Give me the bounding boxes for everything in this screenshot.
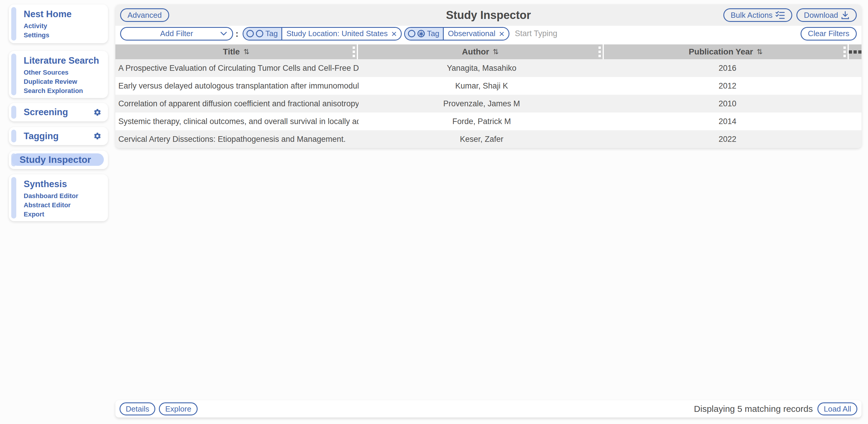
cell-title: Systemic therapy, clinical outcomes, and…: [115, 113, 359, 130]
sidebar-item-abstract-editor[interactable]: Abstract Editor: [24, 200, 102, 209]
filter-chip-observational[interactable]: ∗ Tag Observational ×: [404, 27, 509, 40]
sidebar-item-duplicate-review[interactable]: Duplicate Review: [24, 77, 102, 86]
cell-year: 2012: [605, 77, 850, 95]
details-button[interactable]: Details: [120, 402, 155, 416]
sidebar-card-nest-home: Nest Home Activity Settings: [9, 4, 108, 43]
record-count-status: Displaying 5 matching records: [694, 404, 813, 414]
sidebar-card-tagging: Tagging: [9, 127, 108, 145]
sidebar-item-study-inspector[interactable]: Study Inspector: [11, 153, 104, 166]
cell-year: 2022: [605, 130, 850, 148]
column-header-title-label: Title: [223, 47, 240, 57]
chevron-down-icon: [220, 32, 227, 35]
filter-chip-type: ∗ Tag: [405, 28, 444, 40]
cell-title: A Prospective Evaluation of Circulating …: [115, 59, 359, 77]
filter-chip-category: Tag: [427, 29, 439, 38]
load-all-button[interactable]: Load All: [817, 402, 857, 416]
details-button-label: Details: [126, 404, 149, 414]
sidebar-item-literature-search[interactable]: Literature Search: [24, 55, 102, 66]
sort-icon[interactable]: ⇅: [493, 48, 498, 56]
add-filter-dropdown[interactable]: Add Filter: [120, 27, 233, 40]
sort-icon[interactable]: ⇅: [756, 48, 763, 56]
sidebar-item-tagging[interactable]: Tagging: [24, 131, 59, 142]
bulk-actions-button-label: Bulk Actions: [731, 11, 773, 20]
add-filter-label: Add Filter: [160, 29, 193, 38]
download-button[interactable]: Download: [797, 8, 857, 22]
clear-filters-label: Clear Filters: [808, 29, 849, 38]
column-header-title[interactable]: Title ⇅: [115, 45, 357, 59]
download-button-label: Download: [804, 11, 838, 20]
filter-chip-type: Tag: [244, 28, 282, 40]
sort-icon[interactable]: ⇅: [244, 48, 249, 56]
cell-year: 2016: [605, 59, 850, 77]
sidebar-item-study-inspector-label: Study Inspector: [20, 154, 91, 165]
sidebar-item-export[interactable]: Export: [24, 209, 102, 219]
column-header-author-label: Author: [462, 47, 489, 57]
dotted-handle-icon[interactable]: [598, 47, 601, 57]
load-all-button-label: Load All: [824, 404, 851, 414]
circle-icon[interactable]: [256, 30, 263, 37]
column-header-publication-year[interactable]: Publication Year ⇅: [604, 45, 847, 59]
cell-author: Keser, Zafer: [359, 130, 605, 148]
sidebar-item-synthesis[interactable]: Synthesis: [24, 178, 102, 190]
filter-chip-value: Observational: [448, 29, 495, 38]
cell-title: Cervical Artery Dissections: Etiopathoge…: [115, 130, 359, 148]
sidebar-item-nest-home[interactable]: Nest Home: [24, 8, 102, 20]
column-header-publication-year-label: Publication Year: [689, 47, 753, 57]
clear-filters-button[interactable]: Clear Filters: [801, 27, 857, 40]
explore-button-label: Explore: [165, 404, 191, 414]
sidebar-card-screening: Screening: [9, 103, 108, 121]
cell-year: 2010: [605, 95, 850, 113]
spacer: [115, 41, 862, 45]
close-icon[interactable]: ×: [391, 29, 397, 38]
gear-icon[interactable]: [93, 132, 101, 140]
sidebar-card-literature-search: Literature Search Other Sources Duplicat…: [9, 51, 108, 98]
cell-title: Early versus delayed autologous transpla…: [115, 77, 359, 95]
table-row[interactable]: Early versus delayed autologous transpla…: [115, 77, 862, 95]
dotted-handle-icon[interactable]: [843, 47, 846, 57]
close-icon[interactable]: ×: [499, 29, 505, 38]
bulk-actions-button[interactable]: Bulk Actions: [723, 8, 793, 22]
sidebar-card-synthesis: Synthesis Dashboard Editor Abstract Edit…: [9, 174, 108, 221]
title-bar: Advanced Study Inspector Bulk Actions Do…: [115, 4, 862, 26]
filter-chip-category: Tag: [266, 29, 278, 38]
sidebar-item-activity[interactable]: Activity: [24, 21, 102, 30]
cell-author: Kumar, Shaji K: [359, 77, 605, 95]
filter-chip-value: Study Location: United States: [286, 29, 388, 38]
asterisk-glyph: ∗: [418, 30, 424, 37]
filter-typing-placeholder[interactable]: Start Typing: [515, 29, 557, 38]
cell-year: 2014: [605, 113, 850, 130]
download-icon: [841, 11, 849, 19]
filter-bar: Add Filter : Tag Study Location: United …: [115, 26, 862, 41]
page-title: Study Inspector: [446, 9, 531, 22]
sidebar-item-screening[interactable]: Screening: [24, 107, 68, 118]
cell-author: Forde, Patrick M: [359, 113, 605, 130]
table-row[interactable]: Correlation of apparent diffusion coeffi…: [115, 95, 862, 113]
filter-chip-study-location[interactable]: Tag Study Location: United States ×: [243, 27, 402, 40]
table-row[interactable]: Systemic therapy, clinical outcomes, and…: [115, 113, 862, 130]
asterisk-circle-icon[interactable]: ∗: [417, 30, 425, 37]
footer-bar: Details Explore Displaying 5 matching re…: [115, 400, 862, 418]
circle-icon[interactable]: [246, 30, 254, 37]
explore-button[interactable]: Explore: [159, 402, 197, 416]
dotted-handle-icon[interactable]: [353, 47, 355, 57]
cell-author: Provenzale, James M: [359, 95, 605, 113]
column-header-author[interactable]: Author ⇅: [358, 45, 602, 59]
advanced-button[interactable]: Advanced: [120, 8, 169, 22]
cell-title: Correlation of apparent diffusion coeffi…: [115, 95, 359, 113]
circle-icon[interactable]: [408, 30, 415, 37]
table-row[interactable]: Cervical Artery Dissections: Etiopathoge…: [115, 130, 862, 148]
filter-separator: :: [236, 29, 239, 39]
ellipsis-icon[interactable]: [849, 45, 862, 59]
sidebar-item-other-sources[interactable]: Other Sources: [24, 68, 102, 77]
advanced-button-label: Advanced: [127, 11, 162, 20]
checklist-icon: [775, 11, 785, 19]
table-header: Title ⇅ Author ⇅ Publication Year ⇅: [115, 45, 862, 59]
sidebar-item-settings[interactable]: Settings: [24, 30, 102, 40]
table-row[interactable]: A Prospective Evaluation of Circulating …: [115, 59, 862, 77]
gear-icon[interactable]: [93, 108, 101, 116]
sidebar-item-search-exploration[interactable]: Search Exploration: [24, 86, 102, 95]
study-inspector-panel: Advanced Study Inspector Bulk Actions Do…: [115, 4, 862, 148]
sidebar-item-dashboard-editor[interactable]: Dashboard Editor: [24, 191, 102, 200]
sidebar-card-study-inspector: Study Inspector: [9, 151, 108, 169]
cell-author: Yanagita, Masahiko: [359, 59, 605, 77]
